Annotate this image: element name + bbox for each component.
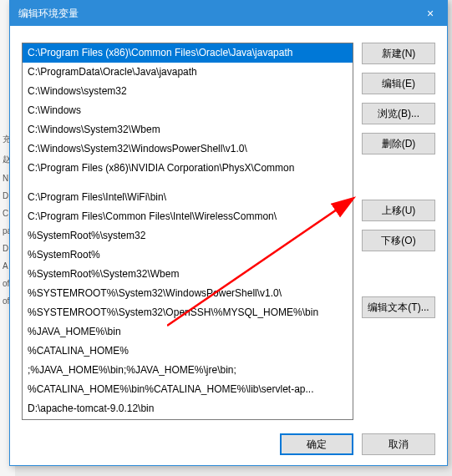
side-buttons: 新建(N) 编辑(E) 浏览(B)... 删除(D) 上移(U) 下移(O) 编… bbox=[362, 43, 435, 420]
ok-button[interactable]: 确定 bbox=[280, 433, 353, 455]
close-icon: × bbox=[427, 7, 434, 20]
list-item[interactable]: C:\Windows\system32 bbox=[23, 82, 353, 101]
dialog-content: C:\Program Files (x86)\Common Files\Orac… bbox=[10, 26, 447, 465]
edit-button[interactable]: 编辑(E) bbox=[362, 73, 435, 94]
bottom-buttons: 确定 取消 bbox=[22, 433, 435, 455]
list-item[interactable]: %CATALINA_HOME% bbox=[23, 342, 353, 361]
list-item[interactable]: ;%JAVA_HOME%\bin;%JAVA_HOME%\jre\bin; bbox=[23, 361, 353, 380]
list-item[interactable]: C:\Program Files\Intel\WiFi\bin\ bbox=[23, 188, 353, 207]
list-item[interactable]: C:\Program Files\Common Files\Intel\Wire… bbox=[23, 207, 353, 226]
window-title: 编辑环境变量 bbox=[18, 7, 414, 21]
list-item[interactable]: %JAVA_HOME%\bin bbox=[23, 322, 353, 342]
list-item[interactable]: D:\apache-tomcat-9.0.12\bin bbox=[23, 399, 353, 418]
list-item[interactable]: %SYSTEMROOT%\System32\OpenSSH\%MYSQL_HOM… bbox=[23, 303, 353, 322]
list-item[interactable]: C:\Program Files (x86)\NVIDIA Corporatio… bbox=[23, 159, 353, 178]
list-item[interactable]: %SystemRoot%\System32\Wbem bbox=[23, 265, 353, 284]
list-item[interactable]: C:\Program Files (x86)\Common Files\Orac… bbox=[23, 43, 353, 63]
browse-button[interactable]: 浏览(B)... bbox=[362, 103, 435, 124]
path-listbox[interactable]: C:\Program Files (x86)\Common Files\Orac… bbox=[22, 43, 353, 420]
titlebar: 编辑环境变量 × bbox=[10, 1, 447, 26]
list-item[interactable]: C:\Windows\System32\WindowsPowerShell\v1… bbox=[23, 139, 353, 159]
list-item[interactable]: C:\ProgramData\Oracle\Java\javapath bbox=[23, 63, 353, 82]
move-down-button[interactable]: 下移(O) bbox=[362, 230, 435, 251]
new-button[interactable]: 新建(N) bbox=[362, 43, 435, 64]
list-item[interactable]: C:\Windows bbox=[23, 101, 353, 120]
close-button[interactable]: × bbox=[414, 1, 447, 26]
edit-environment-variable-dialog: 编辑环境变量 × C:\Program Files (x86)\Common F… bbox=[9, 0, 448, 466]
move-up-button[interactable]: 上移(U) bbox=[362, 200, 435, 221]
list-item[interactable]: C:\Windows\System32\Wbem bbox=[23, 120, 353, 139]
delete-button[interactable]: 删除(D) bbox=[362, 133, 435, 154]
list-item[interactable]: %SystemRoot%\system32 bbox=[23, 226, 353, 246]
edit-text-button[interactable]: 编辑文本(T)... bbox=[362, 296, 435, 318]
list-item[interactable]: %CATALINA_HOME%\bin%CATALINA_HOME%\lib\s… bbox=[23, 380, 353, 399]
list-item[interactable]: %SYSTEMROOT%\System32\WindowsPowerShell\… bbox=[23, 284, 353, 303]
list-item[interactable]: %SystemRoot% bbox=[23, 246, 353, 265]
cancel-button[interactable]: 取消 bbox=[362, 433, 435, 455]
